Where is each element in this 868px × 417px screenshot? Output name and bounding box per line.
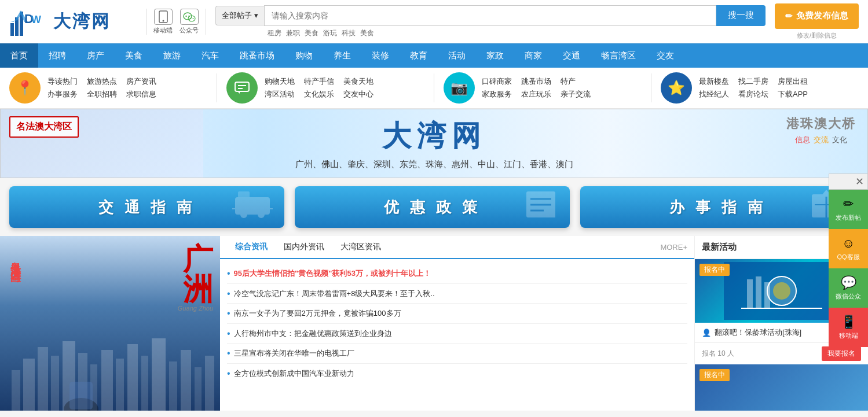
nav-item-merchant[interactable]: 商家 <box>514 43 552 68</box>
float-mobile-btn[interactable]: 📱 移动端 <box>829 308 868 347</box>
cat-link-new-housing[interactable]: 最新楼盘 <box>699 76 729 87</box>
cat-link-jobseek[interactable]: 求职信息 <box>126 89 156 99</box>
nav-item-decor[interactable]: 装修 <box>361 43 400 68</box>
nav-item-jobs[interactable]: 招聘 <box>38 43 76 68</box>
float-post-label: 发布新帖 <box>836 213 861 222</box>
cat-divider-1 <box>217 73 217 102</box>
search-tag-1[interactable]: 租房 <box>268 28 281 38</box>
dropdown-arrow-icon: ▾ <box>254 11 258 20</box>
cat-link-specialty[interactable]: 特产手信 <box>304 76 334 87</box>
activity-visual <box>724 262 840 320</box>
news-item-4[interactable]: • 人行梅州市中支：把金融优惠政策送到企业身边 <box>227 324 687 344</box>
cat-links-4: 最新楼盘 找二手房 房屋出租 找经纪人 看房论坛 下载APP <box>699 76 808 99</box>
bay-region-text: 粤港澳大湾區 <box>9 253 23 267</box>
search-tag-4[interactable]: 游玩 <box>323 28 337 38</box>
search-tag-5[interactable]: 科技 <box>342 28 356 38</box>
float-post-btn[interactable]: ✏ 发布新帖 <box>829 190 868 229</box>
cat-link-culture[interactable]: 文化娱乐 <box>304 89 334 99</box>
tab-international[interactable]: 国内外资讯 <box>276 236 332 259</box>
nav-item-bay[interactable]: 畅言湾区 <box>591 43 646 68</box>
search-tag-3[interactable]: 美食 <box>305 28 318 38</box>
post-button[interactable]: ✏ 免费发布信息 <box>775 3 859 29</box>
cat-link-housing-news[interactable]: 房产资讯 <box>126 76 156 87</box>
cat-link-merchant-review[interactable]: 口碑商家 <box>482 76 512 87</box>
qq-icon: ☺ <box>842 236 855 251</box>
svg-rect-0 <box>10 23 14 36</box>
svg-rect-44 <box>169 361 177 411</box>
nav-item-friends[interactable]: 交友 <box>646 43 684 68</box>
signup-btn-1[interactable]: 我要报名 <box>822 346 861 361</box>
quick-btn-policy[interactable]: 优 惠 政 策 <box>295 186 570 228</box>
nav-item-health[interactable]: 养生 <box>323 43 361 68</box>
svg-rect-41 <box>127 344 138 411</box>
news-item-1[interactable]: • 95后大学生情侣拍"黄色视频"获利53万，或被判十年以上！ <box>227 264 687 284</box>
cat-link-travel-hot[interactable]: 旅游热点 <box>87 76 117 87</box>
news-item-3[interactable]: • 南京一女子为了要回2万元押金，竟被诈骗100多万 <box>227 304 687 324</box>
banner-tag-exchange[interactable]: 交流 <box>814 135 829 145</box>
cat-link-special[interactable]: 特产 <box>561 76 591 87</box>
nav-item-car[interactable]: 汽车 <box>191 43 229 68</box>
tab-bay[interactable]: 大湾区资讯 <box>332 236 389 259</box>
float-wechat-btn[interactable]: 💬 微信公众 <box>829 268 868 308</box>
svg-point-7 <box>162 20 164 21</box>
nav-item-housing[interactable]: 房产 <box>76 43 115 68</box>
cat-link-rent[interactable]: 房屋出租 <box>778 76 808 87</box>
banner-left-label: 名法澳大湾区 <box>9 116 79 138</box>
search-category-dropdown[interactable]: 全部帖子 ▾ <box>215 6 264 25</box>
news-item-6[interactable]: • 全方位模式创新成中国汽车业新动力 <box>227 364 687 383</box>
svg-rect-32 <box>12 370 20 411</box>
nav-item-edu[interactable]: 教育 <box>400 43 438 68</box>
logo-icon: D W <box>9 6 50 38</box>
search-input[interactable] <box>264 5 716 26</box>
post-btn-area: ✏ 免费发布信息 修改/删除信息 <box>775 3 859 40</box>
cat-link-friends-center[interactable]: 交友中心 <box>343 89 373 99</box>
wechat-public-icon: 💬 <box>841 275 856 290</box>
cat-link-shopping[interactable]: 购物天地 <box>265 76 295 87</box>
cat-link-bay-activity[interactable]: 湾区活动 <box>265 89 295 99</box>
quick-btn-traffic[interactable]: 交 通 指 南 <box>9 186 284 228</box>
nav-item-traffic[interactable]: 交通 <box>552 43 591 68</box>
cat-link-housework2[interactable]: 家政服务 <box>482 89 512 99</box>
search-tag-2[interactable]: 兼职 <box>286 28 300 38</box>
cat-link-flea-market[interactable]: 跳蚤市场 <box>521 76 551 87</box>
svg-rect-42 <box>141 356 148 411</box>
search-row: 全部帖子 ▾ 搜一搜 <box>215 5 766 26</box>
cat-link-download-app[interactable]: 下载APP <box>778 89 808 99</box>
cat-link-affairs[interactable]: 办事服务 <box>47 89 78 99</box>
wechat-icon-item[interactable]: 公众号 <box>180 9 199 35</box>
cat-link-guide[interactable]: 导读热门 <box>47 76 78 87</box>
close-float-sidebar[interactable]: ✕ <box>829 174 868 190</box>
float-qq-btn[interactable]: ☺ QQ客服 <box>829 229 868 268</box>
nav-item-shopping[interactable]: 购物 <box>285 43 323 68</box>
mobile-icon <box>154 9 173 25</box>
quick-btn-affairs[interactable]: 办 事 指 南 <box>580 186 855 228</box>
cat-link-agent[interactable]: 找经纪人 <box>699 89 729 99</box>
nav-item-food[interactable]: 美食 <box>115 43 153 68</box>
news-bullet-5: • <box>227 348 230 359</box>
cat-link-fulltime[interactable]: 全职招聘 <box>87 89 117 99</box>
tab-general[interactable]: 综合资讯 <box>227 236 276 259</box>
news-item-2[interactable]: • 冷空气没忘记广东！周末带着雷雨+8级大风要来！至于入秋.. <box>227 284 687 304</box>
nav-item-activity[interactable]: 活动 <box>438 43 476 68</box>
mobile-icon-item[interactable]: 移动端 <box>153 9 173 35</box>
cat-link-second-hand[interactable]: 找二手房 <box>738 76 768 87</box>
mobile-app-icon: 📱 <box>841 315 856 330</box>
nav-item-travel[interactable]: 旅游 <box>153 43 191 68</box>
guangzhou-char1: 广 <box>178 245 213 275</box>
cat-link-food-world[interactable]: 美食天地 <box>343 76 373 87</box>
nav-item-flea[interactable]: 跳蚤市场 <box>229 43 285 68</box>
nav-item-home[interactable]: 首页 <box>0 43 38 68</box>
news-text-3: 南京一女子为了要回2万元押金，竟被诈骗100多万 <box>234 308 401 319</box>
cat-section-4: ⭐ 最新楼盘 找二手房 房屋出租 找经纪人 看房论坛 下载APP <box>661 72 859 104</box>
news-item-5[interactable]: • 三星宣布将关闭在华唯一的电视工厂 <box>227 344 687 364</box>
cat-link-parent-child[interactable]: 亲子交流 <box>561 89 591 99</box>
banner-tag-culture[interactable]: 文化 <box>832 135 847 145</box>
cat-link-farm[interactable]: 农庄玩乐 <box>521 89 551 99</box>
search-button[interactable]: 搜一搜 <box>716 5 766 26</box>
search-tag-6[interactable]: 美食 <box>360 28 374 38</box>
banner-tag-info[interactable]: 信息 <box>795 135 810 145</box>
edit-info-link[interactable]: 修改/删除信息 <box>797 31 837 40</box>
nav-item-housework[interactable]: 家政 <box>476 43 514 68</box>
cat-link-housing-forum[interactable]: 看房论坛 <box>738 89 768 99</box>
news-more-btn[interactable]: MORE+ <box>660 243 687 252</box>
